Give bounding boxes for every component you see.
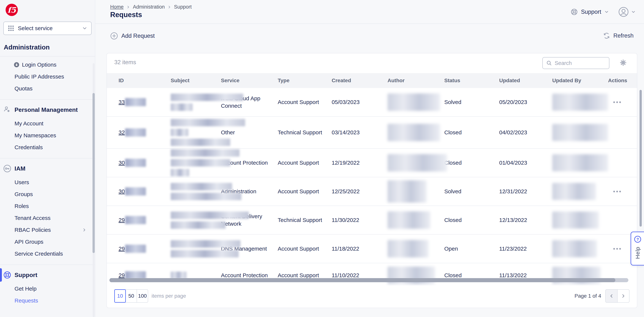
column-header-status[interactable]: Status bbox=[444, 78, 499, 83]
redacted-author bbox=[388, 211, 444, 229]
request-id-link[interactable]: 32 bbox=[118, 128, 146, 137]
nav-section-support[interactable]: Support bbox=[0, 267, 95, 283]
sidebar-item-users[interactable]: Users bbox=[0, 176, 95, 188]
sidebar-item-label: Get Help bbox=[14, 286, 36, 292]
previous-page-button[interactable] bbox=[605, 289, 618, 303]
table-row: 29 Account Protection Account Support 11… bbox=[107, 263, 637, 286]
sidebar-item-label: Users bbox=[14, 179, 29, 185]
sidebar-section-title: Administration bbox=[4, 43, 95, 51]
chevron-right-icon bbox=[126, 5, 130, 9]
column-header-subject[interactable]: Subject bbox=[171, 78, 221, 83]
search-input[interactable] bbox=[555, 60, 606, 66]
status-cell: Closed bbox=[444, 216, 499, 224]
sidebar-item-public-ip-addresses[interactable]: Public IP Addresses bbox=[0, 71, 95, 83]
sidebar-item-api-groups[interactable]: API Groups bbox=[0, 236, 95, 248]
sidebar-item-requests[interactable]: Requests bbox=[0, 295, 95, 307]
items-per-page-label: items per page bbox=[152, 293, 186, 299]
refresh-icon bbox=[603, 32, 610, 39]
column-header-author[interactable]: Author bbox=[388, 78, 444, 83]
horizontal-scrollbar-thumb[interactable] bbox=[110, 278, 615, 282]
redacted-updated-by bbox=[552, 124, 608, 141]
sidebar-item-label: My Namespaces bbox=[14, 132, 56, 139]
table-row: 29 DNS Management Account Support 11/18/… bbox=[107, 235, 637, 263]
account-menu[interactable] bbox=[618, 7, 636, 17]
add-request-button[interactable]: Add Request bbox=[110, 32, 155, 40]
sidebar-item-get-help[interactable]: Get Help bbox=[0, 283, 95, 295]
column-header-updated[interactable]: Updated bbox=[499, 78, 552, 83]
redacted-id bbox=[125, 245, 146, 253]
request-id-link[interactable]: 33 bbox=[118, 98, 146, 106]
page-size-100[interactable]: 100 bbox=[136, 289, 148, 303]
redacted-author bbox=[388, 154, 444, 172]
table-body: 33 Multi-Cloud App Connect Account Suppo… bbox=[107, 88, 637, 286]
redacted-id bbox=[125, 128, 146, 137]
created-cell: 05/03/2023 bbox=[332, 98, 388, 106]
request-id-link[interactable]: 29 bbox=[118, 245, 146, 253]
sidebar-item-label: API Groups bbox=[14, 239, 43, 245]
page-size-50[interactable]: 50 bbox=[126, 289, 137, 303]
sidebar-item-my-account[interactable]: My Account bbox=[0, 118, 95, 129]
sidebar-scrollbar-thumb[interactable] bbox=[92, 93, 95, 253]
sidebar-item-tenant-access[interactable]: Tenant Access bbox=[0, 212, 95, 224]
row-actions-menu-icon[interactable] bbox=[613, 189, 621, 194]
sidebar-item-service-credentials[interactable]: Service Credentials bbox=[0, 248, 95, 260]
updated-cell: 12/31/2022 bbox=[499, 188, 552, 195]
request-id-link[interactable]: 29 bbox=[118, 216, 146, 224]
column-header-created[interactable]: Created bbox=[332, 78, 388, 83]
column-header-type[interactable]: Type bbox=[278, 78, 332, 83]
sidebar-item-my-namespaces[interactable]: My Namespaces bbox=[0, 129, 95, 141]
horizontal-scrollbar-track[interactable] bbox=[110, 278, 628, 282]
column-header-id[interactable]: ID bbox=[118, 78, 171, 83]
question-circle-icon: ? bbox=[634, 236, 642, 243]
column-header-service[interactable]: Service bbox=[221, 78, 278, 83]
sidebar-item-login-options[interactable]: Login Options bbox=[0, 59, 95, 71]
vertical-scrollbar-thumb[interactable] bbox=[640, 90, 642, 227]
created-cell: 03/14/2023 bbox=[332, 129, 388, 136]
refresh-button[interactable]: Refresh bbox=[603, 32, 634, 39]
select-service-dropdown[interactable]: Select service bbox=[3, 21, 92, 35]
page-size-10[interactable]: 10 bbox=[114, 289, 126, 303]
sidebar-item-quotas[interactable]: Quotas bbox=[0, 83, 95, 94]
topbar-support-menu[interactable]: Support bbox=[570, 8, 609, 16]
column-header-updated-by[interactable]: Updated By bbox=[552, 78, 608, 83]
status-cell: Solved bbox=[444, 188, 499, 195]
nav-section-label: Personal Management bbox=[14, 106, 78, 113]
redacted-author bbox=[388, 180, 444, 203]
breadcrumb-home-link[interactable]: Home bbox=[110, 4, 124, 10]
key-icon bbox=[0, 164, 14, 173]
breadcrumb-section[interactable]: Administration bbox=[133, 4, 165, 10]
refresh-label: Refresh bbox=[613, 32, 634, 39]
row-actions-menu-icon[interactable] bbox=[613, 246, 621, 252]
topbar-right: Support bbox=[570, 7, 636, 17]
next-page-button[interactable] bbox=[617, 289, 630, 303]
search-icon bbox=[546, 60, 552, 66]
type-cell: Account Support bbox=[278, 159, 332, 167]
requests-table-card: 32 items ID Subject Service Type Created… bbox=[106, 53, 637, 308]
pagination-bar: 10 50 100 items per page Page 1 of 4 bbox=[114, 289, 630, 303]
help-tab[interactable]: ? Help bbox=[630, 232, 644, 266]
sidebar-item-label: Public IP Addresses bbox=[14, 73, 64, 80]
lock-icon bbox=[14, 62, 19, 67]
nav-group-personal-management: Personal Management My Account My Namesp… bbox=[0, 100, 95, 158]
redacted-subject bbox=[171, 119, 221, 146]
redacted-author bbox=[388, 93, 444, 111]
request-id-link[interactable]: 30 bbox=[118, 159, 146, 167]
sidebar-item-label: Quotas bbox=[14, 85, 32, 92]
person-gear-icon bbox=[0, 106, 14, 114]
pager-controls: Page 1 of 4 bbox=[574, 289, 630, 303]
sidebar-item-credentials[interactable]: Credentials bbox=[0, 141, 95, 153]
sidebar-item-groups[interactable]: Groups bbox=[0, 188, 95, 200]
sidebar-item-rbac-policies[interactable]: RBAC Policies bbox=[0, 224, 95, 236]
status-cell: Solved bbox=[444, 98, 499, 106]
updated-cell: 01/04/2023 bbox=[499, 159, 552, 167]
request-id-link[interactable]: 30 bbox=[118, 187, 146, 196]
nav-section-iam[interactable]: IAM bbox=[0, 161, 95, 176]
nav-group-iam: IAM Users Groups Roles Tenant Access RBA… bbox=[0, 158, 95, 265]
sidebar-item-roles[interactable]: Roles bbox=[0, 200, 95, 212]
gear-icon[interactable] bbox=[619, 59, 627, 67]
row-actions-menu-icon[interactable] bbox=[613, 99, 621, 105]
type-cell: Technical Support bbox=[278, 129, 332, 136]
nav-section-personal-management[interactable]: Personal Management bbox=[0, 102, 95, 118]
service-cell: Other bbox=[221, 129, 278, 136]
breadcrumb-current: Support bbox=[174, 4, 192, 10]
